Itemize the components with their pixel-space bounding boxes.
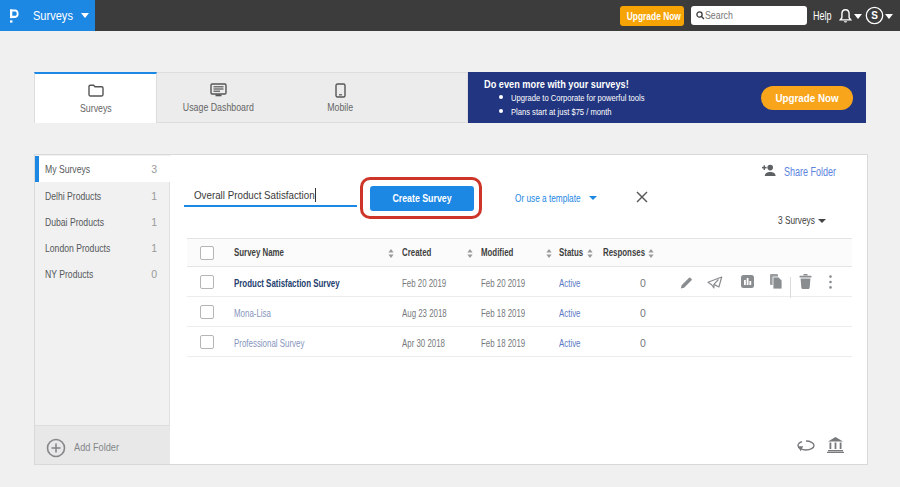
svg-text:S: S (871, 10, 878, 21)
